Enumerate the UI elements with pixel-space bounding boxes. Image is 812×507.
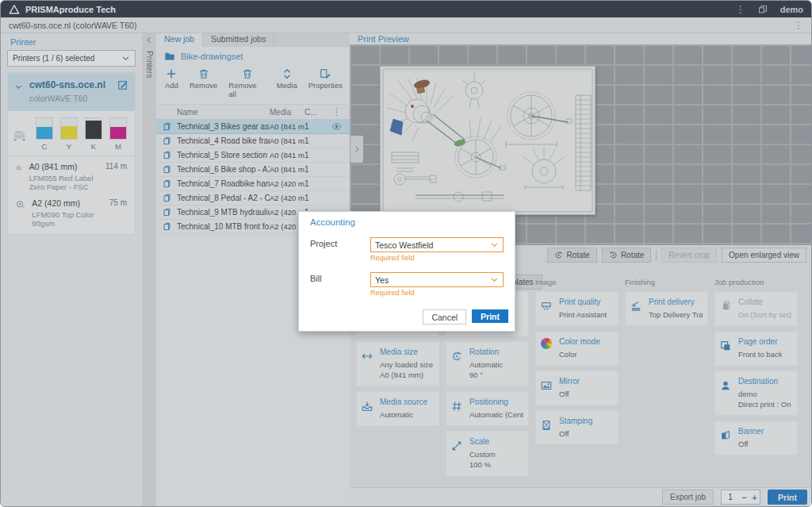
bill-select[interactable]: Yes [370,272,504,287]
dialog-title: Accounting [299,212,515,227]
required-hint: Required field [370,289,504,297]
accounting-dialog: Accounting Project Tesco Westfield Requi… [298,211,515,332]
chevron-down-icon [490,275,499,284]
required-hint: Required field [370,254,504,262]
cancel-button[interactable]: Cancel [423,309,466,325]
modal-print-button[interactable]: Print [472,309,508,323]
project-label: Project [310,237,370,248]
app-window: PRISMAproduce Tech ⋮ demo cwt60-sns.oce.… [0,0,812,507]
bill-label: Bill [310,272,370,283]
chevron-down-icon [490,240,499,249]
project-select[interactable]: Tesco Westfield [370,237,504,252]
